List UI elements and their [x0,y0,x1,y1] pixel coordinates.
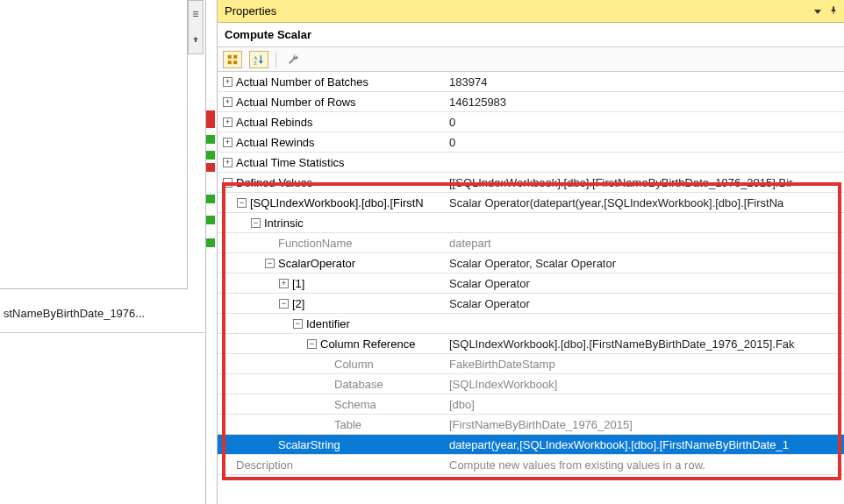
plan-row-source-label: stNameByBirthDate_1976... [0,294,204,333]
property-row[interactable]: −Column Reference[SQLIndexWorkbook].[dbo… [218,334,844,354]
properties-titlebar[interactable]: Properties [218,0,844,23]
property-row[interactable]: +Actual Number of Rows146125983 [218,92,844,112]
svg-text:A: A [254,55,258,60]
plan-canvas-lower[interactable]: Compute Scalar Cost: 2 % [0,333,205,504]
property-value: FakeBirthDateStamp [449,358,844,371]
pin-icon[interactable] [828,5,839,18]
properties-toolbar: AZ [218,47,844,72]
property-value: 183974 [449,75,844,89]
query-plan-pane: stNameByBirthDate_1976... Compute Scalar… [0,0,206,504]
property-row[interactable]: −ScalarOperatorScalar Operator, Scalar O… [218,253,844,273]
property-value: [SQLIndexWorkbook] [449,378,844,391]
property-row[interactable]: +[1]Scalar Operator [218,273,844,294]
collapse-icon[interactable]: − [223,178,232,188]
property-row[interactable]: −[SQLIndexWorkbook].[dbo].[FirstNScalar … [218,193,844,213]
property-name: Actual Rebinds [236,116,312,129]
diff-gutter [206,0,217,504]
property-name: [1] [292,277,304,290]
property-name: Column Reference [320,337,415,351]
property-row[interactable]: ColumnFakeBirthDateStamp [218,354,844,374]
property-row[interactable]: −Defined Values[[SQLIndexWorkbook].[dbo]… [218,173,844,193]
property-name: Identifier [306,317,350,330]
property-name: Actual Rewinds [236,136,315,149]
properties-panel: Properties Compute Scalar AZ +Actual Num… [217,0,844,504]
expand-icon[interactable]: + [223,117,232,127]
property-row[interactable]: −Intrinsic [218,213,844,233]
properties-title: Properties [225,4,276,18]
property-row[interactable]: +Actual Time Statistics [218,153,844,173]
property-value: 0 [449,136,844,149]
collapse-icon[interactable]: − [237,198,247,208]
property-name: ScalarOperator [278,257,355,270]
svg-rect-1 [233,54,237,58]
svg-rect-2 [228,60,232,64]
property-name: Actual Number of Batches [236,75,368,89]
property-name: Database [334,378,383,391]
property-value: datepart(year,[SQLIndexWorkbook].[dbo].[… [449,438,844,451]
expand-icon[interactable]: + [223,97,232,107]
plan-canvas-upper[interactable] [0,0,188,289]
property-name: Actual Number of Rows [236,96,356,109]
property-grid[interactable]: +Actual Number of Batches183974+Actual N… [218,72,844,504]
expand-icon[interactable]: + [279,279,289,288]
property-name: Schema [334,398,376,411]
categorized-button[interactable] [223,51,242,68]
property-name: Actual Time Statistics [236,156,345,169]
wrench-button[interactable] [283,51,303,68]
property-row[interactable]: FunctionNamedatepart [218,233,844,253]
property-row[interactable]: Table[FirstNameByBirthDate_1976_2015] [218,415,844,435]
svg-rect-0 [228,54,232,58]
alphabetical-button[interactable]: AZ [249,51,268,68]
property-name: Table [334,418,361,431]
property-name: Description [236,458,293,472]
collapse-icon[interactable]: − [265,259,275,268]
property-value: [FirstNameByBirthDate_1976_2015] [449,418,844,431]
property-name: Intrinsic [264,217,304,230]
property-name: [2] [292,297,304,310]
property-row[interactable]: ScalarStringdatepart(year,[SQLIndexWorkb… [218,435,844,455]
property-name: Column [334,358,374,371]
property-value: datepart [449,237,844,250]
panel-options-dropdown-icon[interactable] [814,10,821,14]
property-row[interactable]: +Actual Rewinds0 [218,132,844,153]
property-value: [SQLIndexWorkbook].[dbo].[FirstNameByBir… [449,337,844,351]
property-row[interactable]: +Actual Number of Batches183974 [218,72,844,92]
property-name: [SQLIndexWorkbook].[dbo].[FirstN [250,196,424,209]
collapse-icon[interactable]: − [307,339,317,349]
property-value: Scalar Operator(datepart(year,[SQLIndexW… [449,196,844,209]
collapse-icon[interactable]: − [251,218,261,228]
expand-icon[interactable]: + [223,158,232,167]
property-row[interactable]: Database[SQLIndexWorkbook] [218,374,844,394]
property-row[interactable]: −[2]Scalar Operator [218,294,844,314]
expand-icon[interactable]: + [223,138,232,147]
toolbar-float-handle[interactable] [188,0,204,54]
toolbar-separator [275,52,276,67]
property-row[interactable]: +Actual Rebinds0 [218,112,844,132]
properties-subtitle: Compute Scalar [218,23,844,47]
property-name: ScalarString [278,438,340,451]
collapse-icon[interactable]: − [293,319,303,329]
property-value: Scalar Operator [449,297,844,310]
svg-rect-3 [233,60,237,64]
property-value: 146125983 [449,96,844,109]
property-value: Scalar Operator [449,277,844,290]
property-row[interactable]: −Identifier [218,314,844,334]
property-value: 0 [449,116,844,129]
collapse-icon[interactable]: − [279,299,289,309]
property-value: [[SQLIndexWorkbook].[dbo].[FirstNameByBi… [449,176,844,189]
property-row[interactable]: Schema[dbo] [218,394,844,415]
svg-text:Z: Z [254,60,257,65]
property-value: Scalar Operator, Scalar Operator [449,257,844,270]
property-row[interactable]: DescriptionCompute new values from exist… [218,455,844,475]
expand-icon[interactable]: + [223,77,232,87]
property-value: Compute new values from existing values … [449,458,844,472]
property-value: [dbo] [449,398,844,411]
property-name: FunctionName [278,237,353,250]
property-name: Defined Values [236,176,312,189]
